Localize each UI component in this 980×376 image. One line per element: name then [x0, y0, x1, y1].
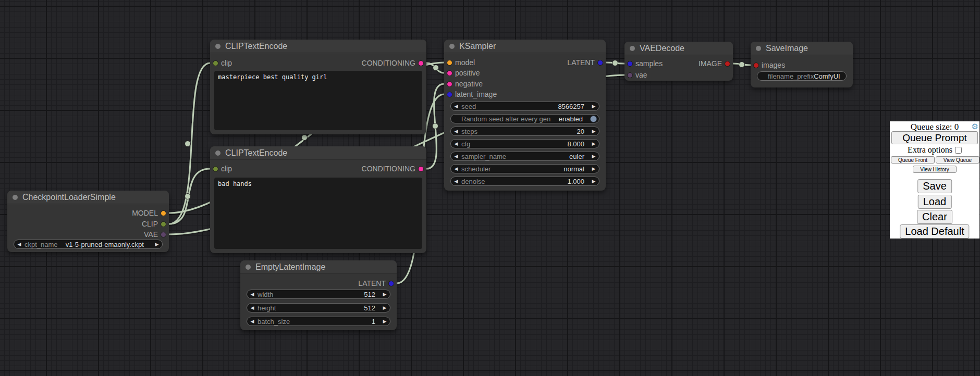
load-default-button[interactable]: Load Default	[900, 224, 969, 239]
node-title-bar[interactable]: KSampler	[444, 40, 606, 53]
node-collapse-dot-icon[interactable]	[215, 44, 220, 49]
increment-arrow-icon[interactable]: ▶	[379, 305, 390, 310]
increment-arrow-icon[interactable]: ▶	[152, 242, 162, 247]
decrement-arrow-icon[interactable]: ◀	[451, 154, 461, 159]
queue-prompt-button[interactable]: Queue Prompt	[891, 131, 978, 144]
decrement-arrow-icon[interactable]: ◀	[247, 305, 258, 310]
image-output-slot[interactable]	[725, 61, 730, 67]
slot-row: positive	[444, 68, 606, 78]
model-input-slot[interactable]	[447, 60, 452, 66]
increment-arrow-icon[interactable]: ▶	[589, 141, 599, 146]
save-button[interactable]: Save	[917, 179, 952, 193]
node-collapse-dot-icon[interactable]	[215, 151, 220, 156]
view-queue-button[interactable]: View Queue	[936, 156, 979, 164]
denoise-widget[interactable]: ◀ denoise 1.000 ▶	[450, 177, 599, 186]
node-title: KSampler	[459, 42, 496, 51]
decrement-arrow-icon[interactable]: ◀	[451, 179, 461, 184]
model-output-slot[interactable]	[161, 210, 166, 216]
decrement-arrow-icon[interactable]: ◀	[14, 242, 24, 247]
conditioning-output-slot[interactable]	[418, 166, 424, 172]
node-title-bar[interactable]: SaveImage	[751, 42, 853, 55]
clear-button[interactable]: Clear	[917, 210, 952, 224]
height-widget[interactable]: ◀ height 512 ▶	[247, 303, 390, 312]
node-collapse-dot-icon[interactable]	[630, 46, 635, 51]
wire-midpoint-dot	[612, 60, 618, 66]
node-graph-canvas[interactable]: CheckpointLoaderSimple MODEL CLIP VAE ◀ …	[0, 0, 980, 376]
settings-gear-icon[interactable]: ⚙	[972, 122, 978, 131]
view-history-button[interactable]: View History	[913, 166, 957, 173]
increment-arrow-icon[interactable]: ▶	[589, 129, 599, 134]
node-clip-text-encode-negative[interactable]: CLIPTextEncode clip CONDITIONING bad han…	[210, 146, 426, 253]
decrement-arrow-icon[interactable]: ◀	[451, 129, 461, 134]
latent-output-slot[interactable]	[597, 60, 603, 66]
negative-prompt-textarea[interactable]: bad hands	[214, 178, 422, 249]
node-checkpoint-loader[interactable]: CheckpointLoaderSimple MODEL CLIP VAE ◀ …	[7, 191, 169, 252]
input-label: positive	[455, 68, 480, 78]
widget-label: ckpt_name	[24, 241, 58, 248]
node-title-bar[interactable]: CLIPTextEncode	[210, 40, 426, 53]
clip-output-slot[interactable]	[161, 221, 166, 227]
node-collapse-dot-icon[interactable]	[449, 44, 455, 49]
node-collapse-dot-icon[interactable]	[13, 195, 18, 200]
wire-midpoint-dot	[739, 62, 745, 68]
wire-midpoint-dot	[433, 123, 438, 129]
output-label: IMAGE	[699, 58, 722, 69]
increment-arrow-icon[interactable]: ▶	[589, 104, 599, 109]
node-save-image[interactable]: SaveImage images filename_prefix ComfyUI	[751, 42, 853, 87]
positive-prompt-textarea[interactable]: masterpiece best quality girl	[214, 71, 422, 130]
clip-input-slot[interactable]	[213, 60, 218, 66]
seed-widget[interactable]: ◀ seed 8566257 ▶	[450, 102, 599, 111]
latent-image-input-slot[interactable]	[447, 92, 452, 97]
cfg-widget[interactable]: ◀ cfg 8.000 ▶	[450, 139, 599, 148]
node-vae-decode[interactable]: VAEDecode samples IMAGE vae	[624, 42, 733, 81]
filename-prefix-widget[interactable]: filename_prefix ComfyUI	[757, 71, 847, 81]
node-collapse-dot-icon[interactable]	[246, 265, 251, 270]
decrement-arrow-icon[interactable]: ◀	[451, 104, 461, 109]
images-input-slot[interactable]	[753, 62, 759, 68]
decrement-arrow-icon[interactable]: ◀	[451, 166, 461, 171]
decrement-arrow-icon[interactable]: ◀	[247, 319, 258, 324]
input-label: samples	[635, 58, 663, 69]
extra-options-checkbox[interactable]	[955, 147, 962, 154]
negative-input-slot[interactable]	[447, 81, 452, 87]
width-widget[interactable]: ◀ width 512 ▶	[247, 290, 390, 299]
widget-label: filename_prefix	[768, 72, 814, 80]
clip-input-slot[interactable]	[213, 166, 218, 172]
toggle-enabled-icon[interactable]	[590, 116, 597, 122]
vae-output-slot[interactable]	[161, 232, 166, 237]
increment-arrow-icon[interactable]: ▶	[589, 166, 599, 171]
decrement-arrow-icon[interactable]: ◀	[451, 141, 461, 146]
node-clip-text-encode-positive[interactable]: CLIPTextEncode clip CONDITIONING masterp…	[210, 40, 426, 134]
node-title-bar[interactable]: VAEDecode	[624, 42, 733, 55]
node-ksampler[interactable]: KSampler model LATENT positive negative …	[444, 40, 606, 191]
increment-arrow-icon[interactable]: ▶	[379, 319, 390, 324]
node-collapse-dot-icon[interactable]	[756, 46, 761, 51]
latent-output-slot[interactable]	[388, 281, 394, 286]
decrement-arrow-icon[interactable]: ◀	[247, 292, 258, 297]
node-title-bar[interactable]: EmptyLatentImage	[240, 260, 397, 274]
ckpt-name-widget[interactable]: ◀ ckpt_name v1-5-pruned-emaonly.ckpt ▶	[14, 240, 163, 249]
increment-arrow-icon[interactable]: ▶	[589, 154, 599, 159]
conditioning-output-slot[interactable]	[418, 60, 424, 66]
queue-front-button[interactable]: Queue Front	[891, 156, 935, 164]
increment-arrow-icon[interactable]: ▶	[589, 179, 599, 184]
node-title: CLIPTextEncode	[225, 42, 287, 51]
sampler-name-widget[interactable]: ◀ sampler_name euler ▶	[450, 152, 599, 161]
node-title-bar[interactable]: CLIPTextEncode	[210, 146, 426, 160]
output-label: MODEL	[132, 208, 158, 218]
increment-arrow-icon[interactable]: ▶	[379, 292, 390, 297]
vae-input-slot[interactable]	[627, 72, 633, 78]
output-label: CONDITIONING	[362, 164, 415, 174]
batch-size-widget[interactable]: ◀ batch_size 1 ▶	[247, 317, 390, 326]
widget-value: 512	[276, 304, 379, 312]
load-button[interactable]: Load	[918, 195, 952, 209]
node-empty-latent-image[interactable]: EmptyLatentImage LATENT ◀ width 512 ▶ ◀ …	[240, 260, 397, 330]
samples-input-slot[interactable]	[627, 61, 633, 67]
widget-value: 8566257	[476, 103, 589, 110]
node-title-bar[interactable]: CheckpointLoaderSimple	[7, 191, 169, 204]
steps-widget[interactable]: ◀ steps 20 ▶	[450, 127, 599, 136]
wire-midpoint-dot	[433, 65, 439, 71]
random-seed-toggle-widget[interactable]: Random seed after every gen enabled	[450, 114, 599, 123]
scheduler-widget[interactable]: ◀ scheduler normal ▶	[450, 164, 599, 173]
positive-input-slot[interactable]	[447, 70, 452, 76]
